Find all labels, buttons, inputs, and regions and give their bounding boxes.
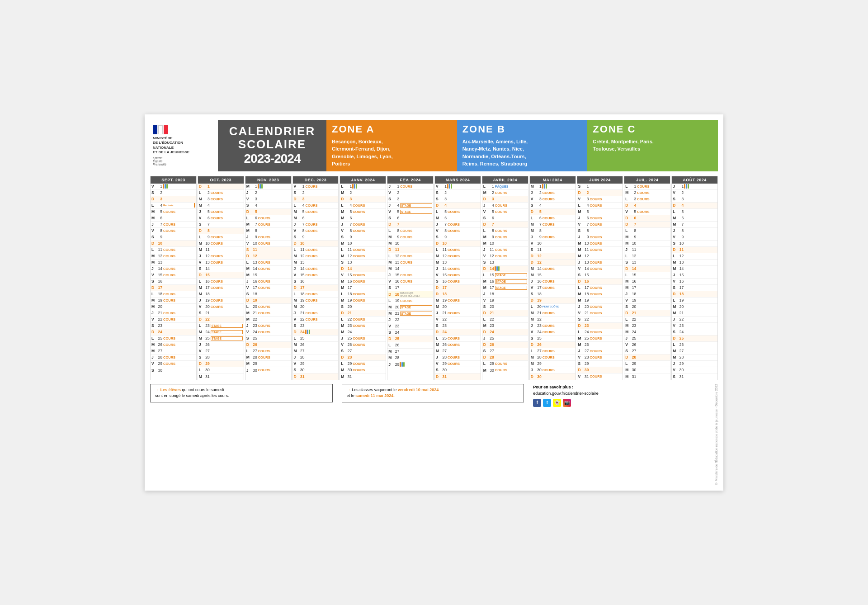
day-row: V22COURS [293, 317, 339, 323]
day-row: S30 [151, 367, 196, 373]
day-row: M3COURS [198, 196, 244, 203]
day-row: J20COURS [577, 304, 623, 310]
footer-info: Pour en savoir plus : education.gouv.fr/… [533, 384, 706, 407]
day-row: L4COURS [340, 203, 386, 209]
day-row: L22COURS [340, 317, 386, 323]
day-row: V10COURS [245, 241, 291, 247]
day-row: S24 [387, 330, 433, 336]
day-row: L2COURS [198, 190, 244, 196]
day-row: L27COURS [245, 348, 291, 354]
day-row: V23 [387, 323, 433, 330]
day-row: M12COURS [435, 253, 481, 260]
day-row: L11COURS [151, 247, 196, 253]
day-row: M6 [293, 215, 339, 222]
month-apr-header: AVRIL 2024 [482, 176, 528, 184]
day-row: J28COURS [151, 354, 196, 361]
day-row: V8COURS [151, 228, 196, 234]
footer-note-1-text: Les élèves [160, 388, 181, 392]
day-row: L29COURS [340, 361, 386, 367]
instagram-icon[interactable]: 📷 [563, 399, 571, 407]
month-jun-header: JUIN 2024 [577, 176, 623, 184]
month-jul-header: JUIL. 2024 [624, 176, 670, 184]
day-row: D7 [387, 222, 433, 228]
day-row: V12COURS [482, 253, 528, 260]
day-row: J29 [387, 361, 433, 368]
day-row: M6 [340, 215, 386, 222]
day-row: M10COURS [198, 241, 244, 247]
day-row: S16COURS [435, 279, 481, 285]
page: MINISTÈRE DE L'ÉDUCATION NATIONALE ET DE… [145, 114, 723, 491]
zones-section: ZONE A Besançon, Bordeaux, Clermont-Ferr… [326, 120, 718, 171]
copyright: © Ministère de l'Éducation nationale et … [715, 384, 718, 485]
day-row: V8COURS [293, 228, 339, 234]
day-row: V22COURS [151, 317, 196, 323]
day-row: M5COURS [340, 209, 386, 215]
day-row: D24 [151, 329, 196, 336]
motto: Liberté Égalité Fraternité [153, 156, 215, 166]
day-row: S23 [293, 323, 339, 329]
day-row: S4 [530, 203, 576, 209]
day-row: V8COURS [340, 228, 386, 234]
day-row: L19 [672, 298, 717, 304]
day-row: J6COURS [577, 215, 623, 222]
flag-white [158, 125, 163, 134]
day-row: J4STAGE [387, 203, 433, 209]
day-row: M26 [293, 342, 339, 348]
day-row: V5COURS [482, 209, 528, 215]
day-row: J25COURS [340, 336, 386, 342]
day-row: M24 [340, 329, 386, 336]
day-row: V1COURS [293, 184, 339, 190]
day-row: S18 [530, 291, 576, 298]
day-row: D18 [672, 291, 717, 298]
day-row: D14 [340, 266, 386, 272]
day-row: V21COURS [577, 310, 623, 317]
day-row: J22 [387, 317, 433, 323]
day-row: D17 [435, 285, 481, 291]
day-row: S28 [198, 354, 244, 361]
day-row: J7COURS [435, 222, 481, 228]
day-row: S22 [577, 317, 623, 323]
day-row: S4 [245, 203, 291, 209]
day-row: D31 [435, 373, 481, 380]
day-row: M2 [340, 190, 386, 196]
day-row: M7 [672, 222, 717, 228]
twitter-icon[interactable]: t [543, 399, 551, 407]
flag-blue [153, 125, 157, 134]
day-row: J29 [672, 361, 717, 367]
zone-c-cities: Créteil, Montpellier, Paris, Toulouse, V… [593, 138, 712, 153]
day-row: M31 [198, 373, 244, 380]
day-row: V6COURS [198, 215, 244, 222]
day-row: D3 [482, 196, 528, 203]
day-row: D18PAS COURS(SOUS RÉSERVE) [387, 291, 433, 298]
day-row: J8 [672, 228, 717, 234]
day-row: M2COURS [482, 190, 528, 196]
day-row: S6 [387, 215, 433, 222]
day-row: D24 [435, 329, 481, 336]
day-row: L15STAGE [482, 272, 528, 279]
day-row: V24COURS [530, 329, 576, 336]
day-row: S16 [151, 279, 196, 285]
year: 2023-2024 [244, 151, 301, 166]
day-row: D21 [624, 310, 670, 317]
day-row: L6COURS [530, 215, 576, 222]
day-row: J7COURS [293, 222, 339, 228]
flag-red [164, 125, 168, 134]
day-row: D25 [672, 336, 717, 342]
day-row: V29COURS [151, 361, 196, 367]
day-row: M24 [624, 329, 670, 336]
day-row: D30 [577, 367, 623, 373]
day-row: M7COURS [530, 222, 576, 228]
day-row: V5STAGE [387, 209, 433, 215]
day-row: S9 [435, 234, 481, 241]
day-row: S16 [293, 279, 339, 285]
day-row: J4COURS [482, 203, 528, 209]
snapchat-icon[interactable]: 👻 [553, 399, 561, 407]
day-row: M19COURS [293, 298, 339, 304]
month-jul: JUIL. 2024 L1COURS M2COURS L3COURS D4 V5… [624, 176, 670, 380]
facebook-icon[interactable]: f [533, 399, 541, 407]
day-row: D12 [530, 260, 576, 266]
day-row: S25 [530, 336, 576, 342]
day-row: D31 [293, 373, 339, 380]
day-row: M19COURS [340, 298, 386, 304]
day-row: J23COURS [530, 323, 576, 329]
